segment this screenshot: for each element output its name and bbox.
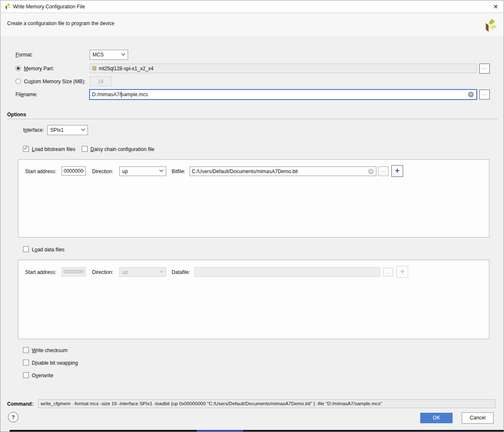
- interface-select[interactable]: SPIx1: [47, 125, 88, 135]
- interface-label: Interface:: [23, 127, 44, 133]
- write-checksum-label: Write checksum: [32, 348, 67, 353]
- bitstream-direction-select[interactable]: up: [119, 166, 166, 176]
- direction-value: up: [122, 269, 128, 275]
- data-files-panel: Start address: Direction: up Datafile: .…: [18, 260, 489, 339]
- load-bitstream-label: Load bitstream files: [32, 146, 75, 152]
- label-text: D: [32, 360, 36, 366]
- add-datafile-button[interactable]: +: [396, 266, 408, 278]
- bitfile-browse-button[interactable]: ...: [378, 166, 388, 176]
- label-mnemonic: L: [32, 146, 35, 152]
- radio-dot: [17, 67, 20, 70]
- add-bitfile-button[interactable]: +: [391, 165, 403, 177]
- daisy-chain-label: Daisy chain configuration file: [90, 146, 154, 152]
- taskbar-strip: [243, 430, 504, 432]
- command-field: write_cfgmem -format mcs -size 16 -inter…: [38, 399, 495, 408]
- load-data-checkbox[interactable]: ✓: [23, 246, 29, 252]
- direction-value: up: [122, 169, 128, 174]
- bitfile-clear-icon[interactable]: ✕: [368, 169, 374, 174]
- filename-text: D:/mimasA7/: [92, 92, 121, 97]
- bitfile-input[interactable]: C:/Users/Default/Documents/mimasA7Demo.b…: [190, 166, 376, 176]
- label-text: emory Part:: [28, 66, 54, 72]
- filename-input[interactable]: D:/mimasA7/ sample.mcs ✕: [89, 89, 477, 100]
- close-icon[interactable]: ✕: [491, 2, 500, 11]
- cancel-button[interactable]: Cancel: [462, 412, 494, 424]
- filename-text: sample.mcs: [121, 92, 148, 97]
- format-value: MCS: [93, 52, 104, 58]
- label-text: name:: [23, 92, 37, 97]
- datafile-label: Datafile:: [172, 269, 190, 275]
- chevron-down-icon: [159, 168, 164, 172]
- label-text: erwrite: [38, 373, 53, 378]
- taskbar-highlight: [197, 430, 243, 432]
- chevron-down-icon: [159, 269, 164, 273]
- format-select[interactable]: MCS: [90, 50, 128, 60]
- titlebar[interactable]: Write Memory Configuration File ✕: [0, 0, 504, 13]
- custom-memory-size-radio[interactable]: [15, 79, 21, 84]
- load-data-label: Load data files: [32, 247, 64, 253]
- label-mnemonic: W: [32, 348, 36, 353]
- check-icon: ✓: [23, 145, 28, 151]
- start-address-label: Start address:: [25, 269, 57, 275]
- label-text: terface:: [27, 127, 44, 133]
- options-section-title: Options: [7, 112, 26, 118]
- label-text: Fil: [15, 92, 21, 97]
- bitfile-value: C:/Users/Default/Documents/mimasA7Demo.b…: [192, 169, 298, 174]
- xilinx-logo-icon: [4, 3, 11, 12]
- filename-browse-button[interactable]: ...: [479, 89, 490, 100]
- label-mnemonic: D: [90, 146, 94, 152]
- format-label: Format:: [15, 52, 33, 58]
- chevron-down-icon: [81, 127, 85, 131]
- command-label: Command:: [7, 401, 33, 407]
- dialog-header: Create a configuration file to program t…: [0, 13, 504, 37]
- label-text: sable bit swapping: [36, 360, 78, 366]
- label-text: Cu: [24, 79, 30, 84]
- custom-memory-size-input[interactable]: [90, 77, 112, 86]
- ok-button[interactable]: OK: [420, 413, 453, 423]
- start-address-label: Start address:: [25, 169, 57, 174]
- memory-part-label: Memory Part:: [24, 66, 54, 72]
- xilinx-logo: [482, 18, 498, 35]
- direction-label: Direction:: [92, 169, 113, 174]
- options-divider: [7, 119, 498, 119]
- label-text: ad data files: [37, 247, 64, 253]
- custom-memory-size-label: Custom Memory Size (MB):: [24, 79, 85, 84]
- daisy-chain-checkbox[interactable]: ✓: [82, 146, 87, 152]
- data-direction-select[interactable]: up: [119, 267, 166, 277]
- dialog-subtitle: Create a configuration file to program t…: [7, 20, 114, 26]
- label-text: oad bitstream files: [35, 146, 75, 152]
- write-memory-configuration-dialog: Write Memory Configuration File ✕ Create…: [0, 0, 504, 432]
- overwrite-label: Overwrite: [32, 373, 53, 378]
- disable-bit-swapping-label: Disable bit swapping: [32, 360, 78, 366]
- memory-chip-icon: [92, 66, 97, 71]
- bitfile-label: Bitfile:: [172, 169, 185, 174]
- bitstream-start-address-input[interactable]: [62, 166, 86, 176]
- load-bitstream-checkbox[interactable]: ✓: [23, 146, 29, 152]
- overwrite-checkbox[interactable]: ✓: [23, 372, 29, 378]
- memory-part-browse-button[interactable]: ...: [479, 64, 490, 74]
- memory-part-value: mt25ql128-spi-x1_x2_x4: [99, 66, 154, 72]
- write-checksum-checkbox[interactable]: ✓: [23, 347, 29, 353]
- label-text: L: [32, 247, 35, 253]
- label-text: ormat:: [18, 52, 33, 58]
- filename-label: Filename:: [15, 92, 38, 97]
- data-start-address-input[interactable]: [62, 267, 86, 276]
- direction-label: Direction:: [92, 269, 113, 275]
- label-text: O: [32, 373, 36, 378]
- filename-clear-icon[interactable]: ✕: [468, 92, 474, 97]
- disable-bit-swapping-checkbox[interactable]: ✓: [23, 360, 29, 366]
- memory-part-field[interactable]: mt25ql128-spi-x1_x2_x4: [90, 64, 477, 73]
- interface-value: SPIx1: [50, 127, 64, 133]
- window-title: Write Memory Configuration File: [13, 0, 85, 13]
- label-mnemonic: M: [24, 66, 28, 72]
- datafile-browse-button[interactable]: ...: [383, 268, 393, 276]
- label-text: tom Memory Size (MB):: [33, 79, 85, 84]
- taskbar-strip: [10, 430, 197, 432]
- label-text: aisy chain configuration file: [94, 146, 154, 152]
- label-text: rite checksum: [36, 348, 67, 353]
- datafile-input[interactable]: [194, 267, 380, 277]
- bitstream-files-panel: Start address: Direction: up Bitfile: C:…: [18, 159, 489, 238]
- memory-part-radio[interactable]: [15, 66, 21, 71]
- chevron-down-icon: [121, 51, 126, 56]
- help-button[interactable]: ?: [8, 412, 18, 422]
